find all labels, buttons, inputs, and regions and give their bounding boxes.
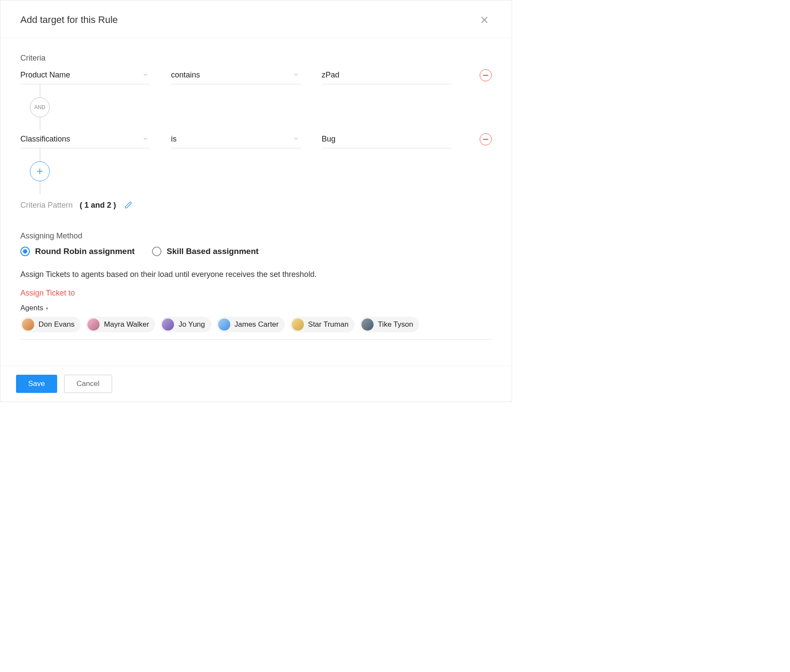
agent-chip[interactable]: James Carter <box>216 317 285 332</box>
connector-badge[interactable]: AND <box>30 97 50 117</box>
connector-line <box>40 84 40 97</box>
minus-icon <box>483 75 488 76</box>
dialog-title: Add target for this Rule <box>20 14 118 26</box>
avatar <box>87 318 100 331</box>
agent-chip[interactable]: Tike Tyson <box>360 317 419 332</box>
pencil-icon <box>125 201 132 209</box>
avatar <box>218 318 230 331</box>
criteria-pattern-row: Criteria Pattern ( 1 and 2 ) <box>20 199 492 211</box>
agent-chips-row: Don Evans Mayra Walker Jo Yung James Car… <box>20 317 492 340</box>
svg-rect-0 <box>483 75 488 76</box>
connector-line <box>40 181 40 194</box>
chevron-down-icon <box>142 71 148 80</box>
rule-target-dialog: Add target for this Rule Criteria Produc… <box>0 0 512 402</box>
criteria-field-select[interactable]: Product Name <box>20 66 150 84</box>
agents-dropdown-label: Agents <box>20 304 43 312</box>
agent-chip[interactable]: Don Evans <box>20 317 81 332</box>
assigning-section: Assigning Method Round Robin assignment … <box>20 232 492 340</box>
agent-chip[interactable]: Jo Yung <box>160 317 211 332</box>
criteria-pattern-value: ( 1 and 2 ) <box>80 201 116 210</box>
svg-rect-1 <box>483 139 488 140</box>
add-criteria-wrap <box>30 148 50 194</box>
radio-label: Skill Based assignment <box>167 247 258 256</box>
criteria-value-input[interactable]: zPad <box>322 66 451 84</box>
criteria-value-input[interactable]: Bug <box>322 130 451 148</box>
chevron-down-icon <box>293 135 299 144</box>
radio-label: Round Robin assignment <box>35 247 135 256</box>
avatar <box>361 318 374 331</box>
connector-line <box>40 148 40 161</box>
criteria-operator-select[interactable]: is <box>171 130 301 148</box>
agent-name: Star Truman <box>308 320 349 329</box>
avatar <box>292 318 304 331</box>
assign-ticket-to-label: Assign Ticket to <box>20 289 492 298</box>
agent-chip[interactable]: Mayra Walker <box>86 317 155 332</box>
plus-icon <box>36 167 44 175</box>
minus-icon <box>483 139 488 140</box>
dialog-header: Add target for this Rule <box>0 0 512 38</box>
remove-criteria-button[interactable] <box>480 133 492 145</box>
criteria-pattern-label: Criteria Pattern <box>20 201 73 210</box>
assigning-label: Assigning Method <box>20 232 492 241</box>
add-criteria-button[interactable] <box>30 161 50 181</box>
caret-down-icon: ▾ <box>46 306 48 311</box>
dialog-body: Criteria Product Name contains zPad AND <box>0 38 512 366</box>
criteria-field-value: Product Name <box>20 71 70 79</box>
chevron-down-icon <box>293 71 299 80</box>
close-icon <box>480 16 488 24</box>
criteria-operator-select[interactable]: contains <box>171 66 301 84</box>
assigning-help-text: Assign Tickets to agents based on their … <box>20 270 492 279</box>
agent-chip[interactable]: Star Truman <box>290 317 355 332</box>
chevron-down-icon <box>142 135 148 144</box>
criteria-value-text: zPad <box>322 71 339 79</box>
avatar <box>162 318 174 331</box>
remove-criteria-button[interactable] <box>480 69 492 81</box>
criteria-label: Criteria <box>20 54 492 63</box>
close-button[interactable] <box>477 13 492 27</box>
agent-name: Mayra Walker <box>104 320 149 329</box>
radio-icon <box>152 247 161 256</box>
criteria-field-select[interactable]: Classifications <box>20 130 150 148</box>
agent-name: Jo Yung <box>178 320 205 329</box>
connector-line <box>40 117 40 130</box>
assigning-radio-group: Round Robin assignment Skill Based assig… <box>20 247 492 256</box>
criteria-row: Classifications is Bug <box>20 130 492 148</box>
criteria-operator-value: contains <box>171 71 200 79</box>
save-button[interactable]: Save <box>16 375 57 393</box>
agent-name: Tike Tyson <box>378 320 413 329</box>
agents-dropdown[interactable]: Agents ▾ <box>20 304 48 312</box>
radio-skill-based[interactable]: Skill Based assignment <box>152 247 258 256</box>
agent-name: Don Evans <box>39 320 74 329</box>
avatar <box>22 318 34 331</box>
radio-icon <box>20 247 30 256</box>
criteria-connector: AND <box>30 84 50 130</box>
criteria-value-text: Bug <box>322 135 335 143</box>
criteria-row: Product Name contains zPad <box>20 66 492 84</box>
radio-round-robin[interactable]: Round Robin assignment <box>20 247 135 256</box>
criteria-field-value: Classifications <box>20 135 70 143</box>
cancel-button[interactable]: Cancel <box>64 375 112 393</box>
criteria-operator-value: is <box>171 135 177 143</box>
edit-pattern-button[interactable] <box>123 199 134 211</box>
agent-name: James Carter <box>235 320 279 329</box>
dialog-footer: Save Cancel <box>0 366 512 402</box>
